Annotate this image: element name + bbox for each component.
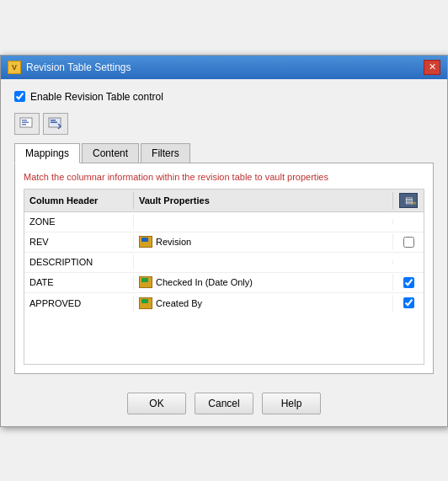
enable-checkbox[interactable] [14, 91, 25, 102]
tab-mappings-content: Match the columnar information within th… [14, 163, 434, 374]
table-row: APPROVED Created By [24, 293, 424, 313]
header-action-col [393, 190, 424, 211]
cell-vault-property [134, 219, 393, 224]
title-bar-left: V Revision Table Settings [8, 61, 131, 74]
dialog-footer: OK Cancel Help [1, 384, 447, 426]
table-row: DESCRIPTION [24, 253, 424, 273]
enable-checkbox-row: Enable Revision Table control [14, 91, 434, 103]
enable-label: Enable Revision Table control [30, 91, 163, 103]
close-button[interactable]: ✕ [424, 60, 440, 75]
cell-column-header: DESCRIPTION [24, 254, 134, 270]
cell-vault-property: Checked In (Date Only) [134, 274, 393, 291]
export-icon [48, 117, 63, 131]
help-button[interactable]: Help [262, 393, 321, 414]
export-button[interactable] [43, 113, 68, 135]
col3-header-icon-btn[interactable] [399, 193, 418, 208]
svg-rect-5 [51, 120, 56, 121]
tab-filters[interactable]: Filters [141, 143, 190, 163]
row-checkbox[interactable] [403, 237, 414, 248]
cell-checkbox[interactable] [393, 237, 424, 248]
row-checkbox[interactable] [403, 297, 414, 308]
header-column-header: Column Header [24, 192, 134, 209]
import-button[interactable] [14, 113, 40, 135]
cell-column-header: REV [24, 234, 134, 249]
tab-description: Match the columnar information within th… [24, 172, 424, 182]
cell-column-header: ZONE [24, 214, 134, 229]
svg-rect-6 [51, 121, 57, 123]
row-checkbox[interactable] [403, 277, 414, 288]
tab-content[interactable]: Content [82, 143, 139, 163]
tab-mappings[interactable]: Mappings [14, 143, 80, 163]
ok-button[interactable]: OK [127, 393, 186, 414]
table-row: REV Revision [24, 232, 424, 253]
cell-vault-property: Created By [134, 295, 393, 312]
svg-rect-1 [22, 120, 27, 121]
table-header-row: Column Header Vault Properties [24, 190, 424, 212]
title-bar: V Revision Table Settings ✕ [1, 56, 447, 79]
tab-list: Mappings Content Filters [14, 143, 434, 163]
tab-area: Mappings Content Filters Match the colum… [14, 143, 434, 374]
svg-rect-2 [22, 121, 29, 123]
app-icon: V [8, 61, 21, 74]
import-icon [19, 117, 35, 131]
cancel-button[interactable]: Cancel [195, 393, 253, 414]
cell-column-header: DATE [24, 275, 134, 290]
vault-property-text: Checked In (Date Only) [156, 277, 253, 287]
header-vault-properties: Vault Properties [134, 192, 393, 209]
table-row: DATE Checked In (Date Only) [24, 273, 424, 293]
svg-rect-3 [22, 124, 26, 126]
dialog-window: V Revision Table Settings ✕ Enable Revis… [0, 55, 448, 427]
cell-vault-property: Revision [134, 233, 393, 250]
cell-column-header: APPROVED [24, 296, 134, 311]
cell-checkbox[interactable] [393, 277, 424, 288]
vault-property-icon [139, 297, 152, 309]
toolbar [14, 113, 434, 135]
vault-property-icon [139, 276, 152, 288]
cell-vault-property [134, 259, 393, 265]
mappings-table: Column Header Vault Properties ZONE [24, 189, 424, 365]
vault-property-text: Created By [156, 298, 202, 308]
table-body: ZONE REV Revision [24, 212, 424, 364]
vault-property-icon [139, 236, 152, 248]
cell-checkbox[interactable] [393, 297, 424, 308]
dialog-title: Revision Table Settings [26, 61, 131, 73]
table-row: ZONE [24, 212, 424, 232]
vault-property-text: Revision [156, 237, 191, 247]
dialog-body: Enable Revision Table control [1, 79, 447, 384]
